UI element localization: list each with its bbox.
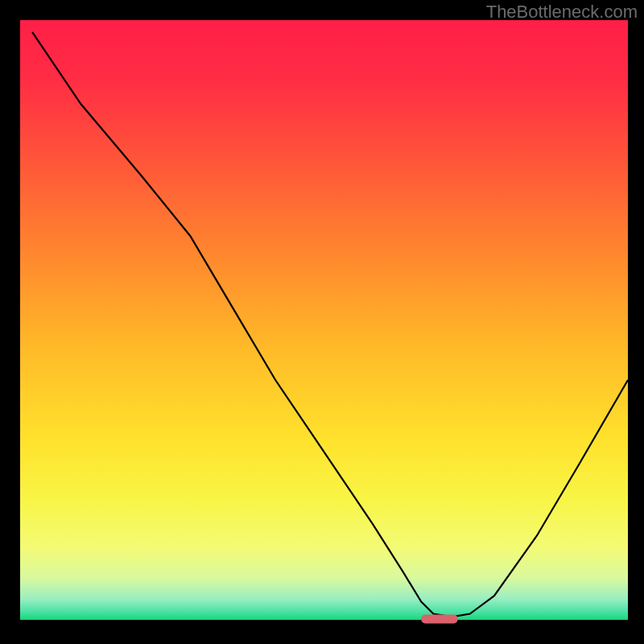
plot-background: [20, 20, 628, 620]
watermark-text: TheBottleneck.com: [486, 2, 638, 23]
optimal-marker: [421, 615, 457, 624]
chart-container: TheBottleneck.com: [0, 0, 644, 644]
bottleneck-chart: [0, 0, 644, 644]
